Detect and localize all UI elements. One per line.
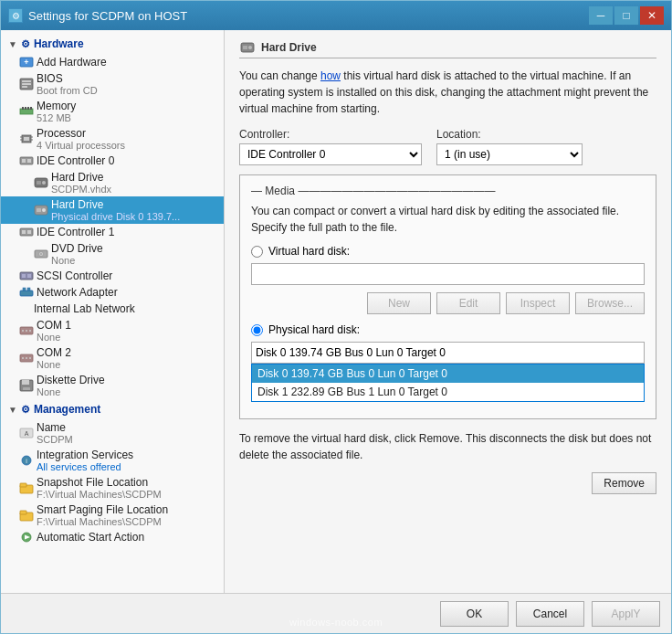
paging-sub: F:\Virtual Machines\SCDPM — [37, 516, 168, 527]
svg-rect-27 — [22, 230, 26, 234]
sidebar-item-name[interactable]: A Name SCDPM — [1, 419, 224, 447]
location-select[interactable]: 1 (in use) — [436, 143, 583, 165]
sidebar-item-network-adapter[interactable]: Network Adapter — [1, 284, 224, 301]
svg-point-24 — [42, 208, 46, 212]
form-row-controller: Controller: IDE Controller 0 Location: 1… — [239, 128, 656, 165]
sidebar-item-hdd2[interactable]: Hard Drive Physical drive Disk 0 139.7..… — [1, 196, 224, 224]
disk-dropdown-option-1[interactable]: Disk 1 232.89 GB Bus 1 Lun 0 Target 0 — [252, 383, 644, 401]
sidebar-item-add-hardware[interactable]: + Add Hardware — [1, 54, 224, 70]
edit-button[interactable]: Edit — [436, 292, 500, 314]
virtual-hd-input[interactable] — [251, 263, 645, 285]
controller-select[interactable]: IDE Controller 0 — [239, 143, 422, 165]
media-box: — Media —————————————————— You can compa… — [239, 174, 656, 419]
browse-button[interactable]: Browse... — [575, 292, 645, 314]
svg-point-21 — [42, 181, 46, 185]
physical-hd-radio[interactable] — [251, 324, 263, 336]
svg-point-41 — [29, 330, 31, 332]
remove-button[interactable]: Remove — [592, 472, 656, 494]
autostart-icon — [19, 531, 34, 544]
svg-point-44 — [26, 357, 27, 359]
svg-text:A: A — [25, 430, 29, 437]
svg-rect-7 — [22, 107, 24, 110]
new-button[interactable]: New — [367, 292, 431, 314]
svg-rect-8 — [25, 107, 26, 110]
hardware-section-icon: ⚙ — [21, 38, 30, 50]
sidebar-item-processor[interactable]: Processor 4 Virtual processors — [1, 125, 224, 153]
svg-rect-10 — [30, 107, 32, 110]
sidebar-item-snapshot[interactable]: Snapshot File Location F:\Virtual Machin… — [1, 474, 224, 502]
main-window: ⚙ Settings for SCDPM on HOST ─ □ ✕ ▼ ⚙ H… — [0, 0, 672, 634]
sidebar-item-ide1[interactable]: IDE Controller 1 — [1, 224, 224, 240]
internal-lab-label: Internal Lab Network — [34, 302, 135, 315]
location-group: Location: 1 (in use) — [436, 128, 583, 165]
watermark-container: windows-noob.com — [0, 616, 672, 629]
sidebar-item-integration[interactable]: i Integration Services All services offe… — [1, 447, 224, 474]
physical-disk-select[interactable]: Disk 0 139.74 GB Bus 0 Lun 0 Target 0 Di… — [251, 342, 645, 364]
integration-sub: All services offered — [37, 461, 133, 472]
media-title-dash2: —————————————————— — [298, 185, 495, 197]
management-section-label: Management — [34, 403, 100, 416]
bios-sub: Boot from CD — [37, 85, 98, 96]
management-section-icon: ⚙ — [21, 404, 30, 416]
sidebar-item-paging[interactable]: Smart Paging File Location F:\Virtual Ma… — [1, 502, 224, 529]
name-sub: SCDPM — [37, 434, 73, 445]
com1-label: COM 1 — [37, 319, 71, 332]
com1-sub: None — [37, 332, 71, 343]
remove-section: To remove the virtual hard disk, click R… — [239, 430, 656, 463]
virtual-hd-radio[interactable] — [251, 246, 263, 258]
sidebar-item-ide0[interactable]: IDE Controller 0 — [1, 153, 224, 169]
sidebar-item-diskette[interactable]: Diskette Drive None — [1, 372, 224, 399]
close-button[interactable]: ✕ — [640, 6, 664, 25]
panel-title: Hard Drive — [239, 41, 656, 58]
svg-rect-34 — [27, 274, 31, 278]
maximize-button[interactable]: □ — [614, 6, 638, 25]
svg-rect-4 — [22, 83, 31, 85]
location-label: Location: — [436, 128, 583, 141]
disk-dropdown-open: Disk 0 139.74 GB Bus 0 Lun 0 Target 0 Di… — [251, 364, 645, 402]
panel-hdd-icon — [239, 41, 256, 54]
how-link[interactable]: how — [320, 69, 341, 82]
hardware-section-header[interactable]: ▼ ⚙ Hardware — [1, 34, 224, 54]
title-bar-controls: ─ □ ✕ — [589, 6, 664, 25]
sidebar-item-com2[interactable]: COM 2 None — [1, 344, 224, 372]
controller-group: Controller: IDE Controller 0 — [239, 128, 422, 165]
com2-icon — [19, 352, 34, 365]
ide0-label: IDE Controller 0 — [37, 154, 114, 167]
title-bar-left: ⚙ Settings for SCDPM on HOST — [8, 8, 187, 23]
snapshot-icon — [19, 481, 34, 494]
disk-dropdown-option-0[interactable]: Disk 0 139.74 GB Bus 0 Lun 0 Target 0 — [252, 365, 644, 383]
memory-icon — [19, 105, 34, 118]
com2-label: COM 2 — [37, 346, 71, 359]
sidebar-item-memory[interactable]: Memory 512 MB — [1, 98, 224, 125]
integration-label: Integration Services — [37, 449, 133, 461]
remove-btn-row: Remove — [239, 472, 656, 494]
virtual-hd-label[interactable]: Virtual hard disk: — [268, 245, 350, 258]
minimize-button[interactable]: ─ — [589, 6, 613, 25]
bios-label: BIOS — [37, 72, 63, 85]
sidebar-item-dvd[interactable]: DVD Drive None — [1, 240, 224, 268]
svg-rect-61 — [243, 46, 247, 49]
sidebar-item-scsi[interactable]: SCSI Controller — [1, 268, 224, 284]
paging-icon — [19, 509, 34, 522]
sidebar-item-hdd1[interactable]: Hard Drive SCDPM.vhdx — [1, 169, 224, 196]
inspect-button[interactable]: Inspect — [506, 292, 570, 314]
sidebar-item-bios[interactable]: BIOS Boot from CD — [1, 70, 224, 98]
com1-icon — [19, 324, 34, 337]
media-title-dash: — — [251, 185, 265, 197]
network-adapter-icon — [19, 286, 34, 299]
virtual-hd-input-row — [251, 263, 645, 285]
management-section-header[interactable]: ▼ ⚙ Management — [1, 399, 224, 419]
add-hardware-label: Add Hardware — [37, 56, 107, 69]
physical-hd-label[interactable]: Physical hard disk: — [268, 323, 360, 336]
svg-rect-33 — [22, 274, 26, 278]
sidebar-item-internal-lab[interactable]: Internal Lab Network — [1, 301, 224, 317]
processor-label: Processor — [37, 127, 86, 140]
svg-rect-9 — [27, 107, 29, 110]
ide0-icon — [19, 154, 34, 167]
sidebar-item-com1[interactable]: COM 1 None — [1, 317, 224, 344]
processor-sub: 4 Virtual processors — [37, 140, 125, 151]
right-panel: Hard Drive You can change how this virtu… — [225, 30, 671, 593]
hdd2-sub: Physical drive Disk 0 139.7... — [51, 211, 180, 222]
media-title-text: Media — [265, 185, 295, 197]
sidebar-item-autostart[interactable]: Automatic Start Action — [1, 529, 224, 545]
